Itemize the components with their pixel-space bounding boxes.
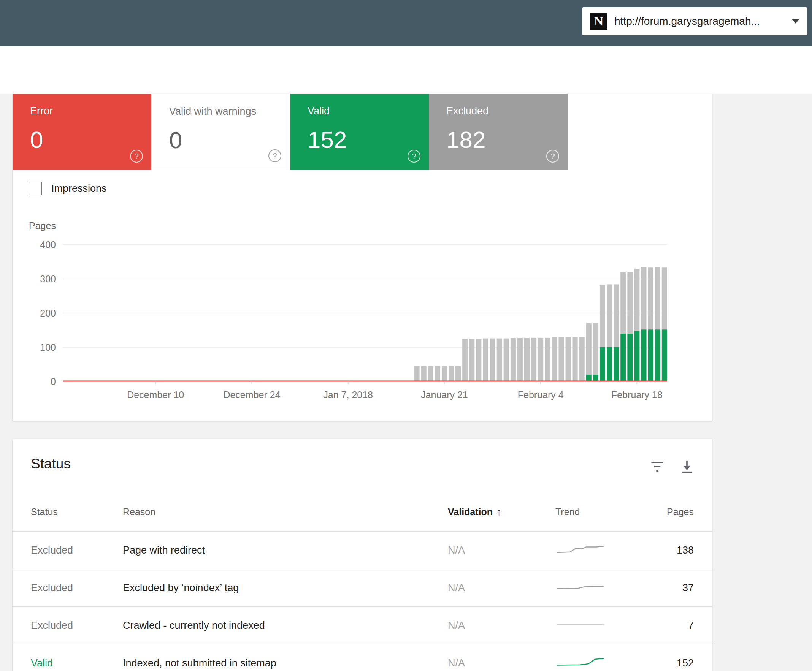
checkbox-icon [29, 182, 42, 195]
validation-cell: N/A [448, 582, 555, 594]
svg-text:200: 200 [40, 308, 56, 318]
column-header-status[interactable]: Status [31, 506, 123, 518]
trend-sparkline [555, 542, 605, 556]
svg-text:300: 300 [40, 274, 56, 284]
help-icon[interactable]: ? [130, 150, 143, 163]
property-selector[interactable]: N http://forum.garysgaragemah... [582, 7, 807, 35]
status-table-header: Status Reason Validation↑ Trend Pages [12, 492, 712, 531]
reason-cell: Excluded by ‘noindex’ tag [123, 582, 448, 594]
sort-arrow-up-icon: ↑ [496, 506, 502, 518]
trend-cell [555, 542, 639, 559]
coverage-chart[interactable]: 0100200300400December 10December 24Jan 7… [13, 239, 667, 403]
table-row[interactable]: Excluded Excluded by ‘noindex’ tag N/A 3… [12, 569, 712, 607]
error-card-label: Error [30, 105, 151, 117]
impressions-checkbox[interactable]: Impressions [29, 182, 107, 195]
excluded-card[interactable]: Excluded 182 ? [429, 94, 568, 170]
reason-cell: Crawled - currently not indexed [123, 620, 448, 632]
validation-cell: N/A [448, 545, 555, 556]
help-icon[interactable]: ? [408, 150, 420, 163]
status-cell: Excluded [31, 545, 123, 556]
reason-cell: Page with redirect [123, 545, 448, 556]
validation-cell: N/A [448, 620, 555, 632]
table-row[interactable]: Excluded Page with redirect N/A 138 [12, 531, 712, 569]
svg-text:100: 100 [40, 342, 56, 353]
site-favicon-icon: N [590, 12, 607, 30]
search-console-coverage-page: N http://forum.garysgaragemah... Error 0… [0, 0, 812, 671]
y-axis-title: Pages [29, 220, 56, 232]
valid-card-label: Valid [307, 105, 429, 117]
valid-with-warnings-value: 0 [169, 126, 290, 153]
excluded-card-label: Excluded [446, 105, 568, 117]
pages-cell: 152 [639, 657, 694, 669]
dropdown-caret-icon [792, 19, 800, 24]
download-icon[interactable] [679, 458, 695, 475]
trend-sparkline [555, 580, 605, 593]
error-card[interactable]: Error 0 ? [12, 94, 151, 170]
svg-text:Jan 7, 2018: Jan 7, 2018 [323, 390, 373, 400]
svg-text:January 21: January 21 [421, 390, 468, 400]
trend-cell [555, 580, 639, 596]
column-header-trend[interactable]: Trend [555, 506, 639, 518]
valid-card[interactable]: Valid 152 ? [290, 94, 429, 170]
pages-cell: 7 [639, 620, 694, 632]
status-panel: Status Status Reason Validation↑ Trend P… [12, 439, 712, 671]
column-header-validation[interactable]: Validation↑ [448, 506, 555, 518]
table-row[interactable]: Excluded Crawled - currently not indexed… [12, 607, 712, 644]
help-icon[interactable]: ? [268, 149, 281, 162]
status-cell: Valid [31, 657, 123, 669]
status-panel-title: Status [31, 456, 71, 472]
trend-sparkline [555, 655, 605, 669]
error-card-value: 0 [30, 126, 151, 153]
valid-card-value: 152 [307, 126, 429, 153]
svg-text:400: 400 [40, 239, 56, 250]
excluded-card-value: 182 [446, 126, 568, 153]
status-table: Status Reason Validation↑ Trend Pages Ex… [12, 492, 712, 671]
svg-text:December 24: December 24 [223, 390, 280, 400]
app-header: N http://forum.garysgaragemah... [0, 0, 812, 46]
reason-cell: Indexed, not submitted in sitemap [123, 657, 448, 669]
pages-cell: 37 [639, 582, 694, 594]
impressions-label: Impressions [51, 183, 107, 194]
validation-header-label: Validation [448, 506, 493, 517]
svg-text:0: 0 [51, 376, 56, 387]
table-row[interactable]: Valid Indexed, not submitted in sitemap … [12, 644, 712, 671]
status-cell: Excluded [31, 582, 123, 594]
validation-cell: N/A [448, 657, 555, 669]
column-header-pages[interactable]: Pages [639, 506, 694, 518]
svg-text:December 10: December 10 [127, 390, 184, 400]
filter-icon[interactable] [649, 458, 665, 475]
toolbar-area [0, 46, 812, 94]
svg-text:February 4: February 4 [518, 390, 564, 400]
svg-text:February 18: February 18 [611, 390, 663, 400]
trend-cell [555, 617, 639, 634]
trend-sparkline [555, 617, 605, 631]
pages-cell: 138 [639, 545, 694, 556]
trend-cell [555, 655, 639, 671]
status-cell: Excluded [31, 620, 123, 632]
valid-with-warnings-card[interactable]: Valid with warnings 0 ? [151, 94, 290, 170]
help-icon[interactable]: ? [546, 150, 559, 163]
column-header-reason[interactable]: Reason [123, 506, 448, 518]
property-url: http://forum.garysgaragemah... [614, 15, 786, 27]
valid-with-warnings-label: Valid with warnings [169, 106, 290, 118]
